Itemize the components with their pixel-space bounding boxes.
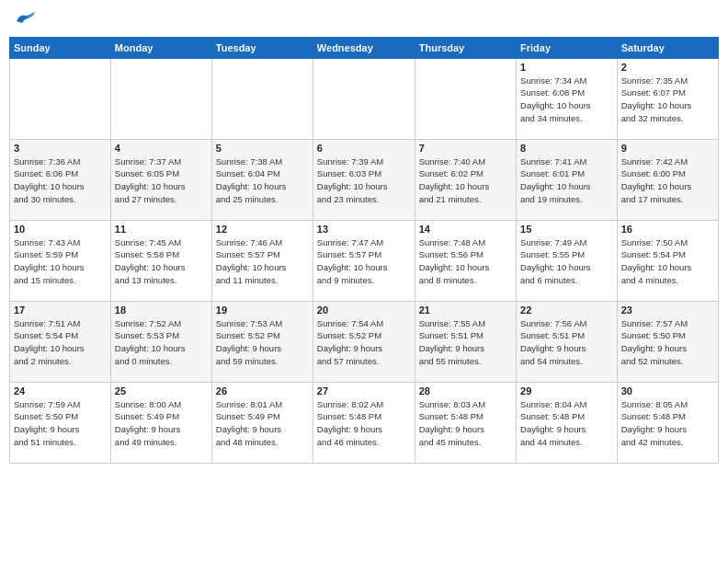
calendar-cell: 2Sunrise: 7:35 AM Sunset: 6:07 PM Daylig… [617, 58, 718, 139]
day-number: 12 [216, 224, 309, 235]
calendar-cell: 13Sunrise: 7:47 AM Sunset: 5:57 PM Dayli… [313, 220, 415, 301]
day-number: 6 [317, 143, 411, 154]
calendar-cell [313, 58, 415, 139]
day-number: 21 [419, 304, 512, 316]
day-info: Sunrise: 7:37 AM Sunset: 6:05 PM Dayligh… [115, 155, 208, 206]
day-info: Sunrise: 8:05 AM Sunset: 5:48 PM Dayligh… [621, 398, 714, 449]
day-info: Sunrise: 7:42 AM Sunset: 6:00 PM Dayligh… [621, 155, 714, 206]
day-info: Sunrise: 7:38 AM Sunset: 6:04 PM Dayligh… [216, 155, 309, 206]
calendar-table: SundayMondayTuesdayWednesdayThursdayFrid… [9, 37, 719, 464]
calendar-week-2: 3Sunrise: 7:36 AM Sunset: 6:06 PM Daylig… [10, 139, 719, 220]
calendar-cell: 27Sunrise: 8:02 AM Sunset: 5:48 PM Dayli… [313, 382, 415, 463]
day-number: 9 [621, 143, 714, 154]
day-info: Sunrise: 7:36 AM Sunset: 6:06 PM Dayligh… [14, 155, 107, 206]
calendar-cell: 9Sunrise: 7:42 AM Sunset: 6:00 PM Daylig… [617, 139, 718, 220]
calendar-cell: 11Sunrise: 7:45 AM Sunset: 5:58 PM Dayli… [110, 220, 211, 301]
day-number: 27 [317, 385, 411, 396]
calendar-cell: 23Sunrise: 7:57 AM Sunset: 5:50 PM Dayli… [617, 301, 718, 382]
calendar-cell [110, 58, 211, 139]
calendar-cell [415, 58, 516, 139]
day-number: 2 [621, 62, 714, 73]
logo [13, 9, 35, 29]
day-number: 17 [14, 304, 107, 316]
weekday-header-saturday: Saturday [617, 37, 718, 58]
day-info: Sunrise: 7:50 AM Sunset: 5:54 PM Dayligh… [621, 236, 714, 287]
calendar-cell: 25Sunrise: 8:00 AM Sunset: 5:49 PM Dayli… [110, 382, 211, 463]
day-number: 1 [520, 62, 613, 73]
calendar-cell: 19Sunrise: 7:53 AM Sunset: 5:52 PM Dayli… [211, 301, 313, 382]
day-info: Sunrise: 7:54 AM Sunset: 5:52 PM Dayligh… [317, 317, 411, 368]
day-info: Sunrise: 8:03 AM Sunset: 5:48 PM Dayligh… [419, 398, 512, 449]
calendar-cell: 8Sunrise: 7:41 AM Sunset: 6:01 PM Daylig… [517, 139, 618, 220]
day-info: Sunrise: 7:56 AM Sunset: 5:51 PM Dayligh… [520, 317, 613, 368]
calendar-cell: 4Sunrise: 7:37 AM Sunset: 6:05 PM Daylig… [110, 139, 211, 220]
calendar-cell: 26Sunrise: 8:01 AM Sunset: 5:49 PM Dayli… [211, 382, 313, 463]
day-info: Sunrise: 7:46 AM Sunset: 5:57 PM Dayligh… [216, 236, 309, 287]
day-info: Sunrise: 7:57 AM Sunset: 5:50 PM Dayligh… [621, 317, 714, 368]
day-info: Sunrise: 7:51 AM Sunset: 5:54 PM Dayligh… [14, 317, 107, 368]
calendar-cell: 3Sunrise: 7:36 AM Sunset: 6:06 PM Daylig… [10, 139, 111, 220]
day-info: Sunrise: 7:43 AM Sunset: 5:59 PM Dayligh… [14, 236, 107, 287]
day-info: Sunrise: 8:02 AM Sunset: 5:48 PM Dayligh… [317, 398, 411, 449]
weekday-header-row: SundayMondayTuesdayWednesdayThursdayFrid… [10, 37, 719, 58]
day-number: 3 [14, 143, 107, 154]
day-number: 15 [520, 224, 613, 235]
page-header [9, 9, 719, 29]
day-number: 5 [216, 143, 309, 154]
calendar-cell: 12Sunrise: 7:46 AM Sunset: 5:57 PM Dayli… [211, 220, 313, 301]
weekday-header-tuesday: Tuesday [211, 37, 313, 58]
calendar-cell: 30Sunrise: 8:05 AM Sunset: 5:48 PM Dayli… [617, 382, 718, 463]
day-number: 18 [115, 304, 208, 316]
day-info: Sunrise: 7:40 AM Sunset: 6:02 PM Dayligh… [419, 155, 512, 206]
day-info: Sunrise: 7:35 AM Sunset: 6:07 PM Dayligh… [621, 75, 714, 125]
day-number: 16 [621, 224, 714, 235]
day-number: 28 [419, 385, 512, 396]
calendar-cell [211, 58, 313, 139]
calendar-cell: 6Sunrise: 7:39 AM Sunset: 6:03 PM Daylig… [313, 139, 415, 220]
calendar-cell [10, 58, 111, 139]
calendar-cell: 21Sunrise: 7:55 AM Sunset: 5:51 PM Dayli… [415, 301, 516, 382]
day-info: Sunrise: 7:59 AM Sunset: 5:50 PM Dayligh… [14, 398, 107, 449]
day-number: 14 [419, 224, 512, 235]
day-info: Sunrise: 7:39 AM Sunset: 6:03 PM Dayligh… [317, 155, 411, 206]
calendar-cell: 17Sunrise: 7:51 AM Sunset: 5:54 PM Dayli… [10, 301, 111, 382]
weekday-header-monday: Monday [110, 37, 211, 58]
day-number: 23 [621, 304, 714, 316]
calendar-cell: 10Sunrise: 7:43 AM Sunset: 5:59 PM Dayli… [10, 220, 111, 301]
day-info: Sunrise: 7:48 AM Sunset: 5:56 PM Dayligh… [419, 236, 512, 287]
calendar-week-5: 24Sunrise: 7:59 AM Sunset: 5:50 PM Dayli… [10, 382, 719, 463]
calendar-cell: 5Sunrise: 7:38 AM Sunset: 6:04 PM Daylig… [211, 139, 313, 220]
weekday-header-wednesday: Wednesday [313, 37, 415, 58]
day-info: Sunrise: 7:53 AM Sunset: 5:52 PM Dayligh… [216, 317, 309, 368]
calendar-cell: 18Sunrise: 7:52 AM Sunset: 5:53 PM Dayli… [110, 301, 211, 382]
day-info: Sunrise: 8:00 AM Sunset: 5:49 PM Dayligh… [115, 398, 208, 449]
calendar-cell: 29Sunrise: 8:04 AM Sunset: 5:48 PM Dayli… [517, 382, 618, 463]
day-info: Sunrise: 7:34 AM Sunset: 6:08 PM Dayligh… [520, 75, 613, 125]
day-number: 13 [317, 224, 411, 235]
calendar-cell: 22Sunrise: 7:56 AM Sunset: 5:51 PM Dayli… [517, 301, 618, 382]
calendar-cell: 15Sunrise: 7:49 AM Sunset: 5:55 PM Dayli… [517, 220, 618, 301]
day-number: 30 [621, 385, 714, 396]
day-number: 4 [115, 143, 208, 154]
weekday-header-thursday: Thursday [415, 37, 516, 58]
day-number: 29 [520, 385, 613, 396]
day-number: 25 [115, 385, 208, 396]
day-number: 7 [419, 143, 512, 154]
calendar-cell: 24Sunrise: 7:59 AM Sunset: 5:50 PM Dayli… [10, 382, 111, 463]
calendar-cell: 7Sunrise: 7:40 AM Sunset: 6:02 PM Daylig… [415, 139, 516, 220]
day-info: Sunrise: 7:47 AM Sunset: 5:57 PM Dayligh… [317, 236, 411, 287]
calendar-cell: 1Sunrise: 7:34 AM Sunset: 6:08 PM Daylig… [517, 58, 618, 139]
calendar-body: 1Sunrise: 7:34 AM Sunset: 6:08 PM Daylig… [10, 58, 719, 463]
logo-text [13, 9, 35, 29]
day-info: Sunrise: 7:55 AM Sunset: 5:51 PM Dayligh… [419, 317, 512, 368]
calendar-cell: 16Sunrise: 7:50 AM Sunset: 5:54 PM Dayli… [617, 220, 718, 301]
day-number: 19 [216, 304, 309, 316]
day-number: 8 [520, 143, 613, 154]
day-number: 20 [317, 304, 411, 316]
weekday-header-friday: Friday [517, 37, 618, 58]
bird-icon [15, 12, 35, 27]
day-number: 11 [115, 224, 208, 235]
day-number: 24 [14, 385, 107, 396]
calendar-cell: 14Sunrise: 7:48 AM Sunset: 5:56 PM Dayli… [415, 220, 516, 301]
day-info: Sunrise: 7:45 AM Sunset: 5:58 PM Dayligh… [115, 236, 208, 287]
